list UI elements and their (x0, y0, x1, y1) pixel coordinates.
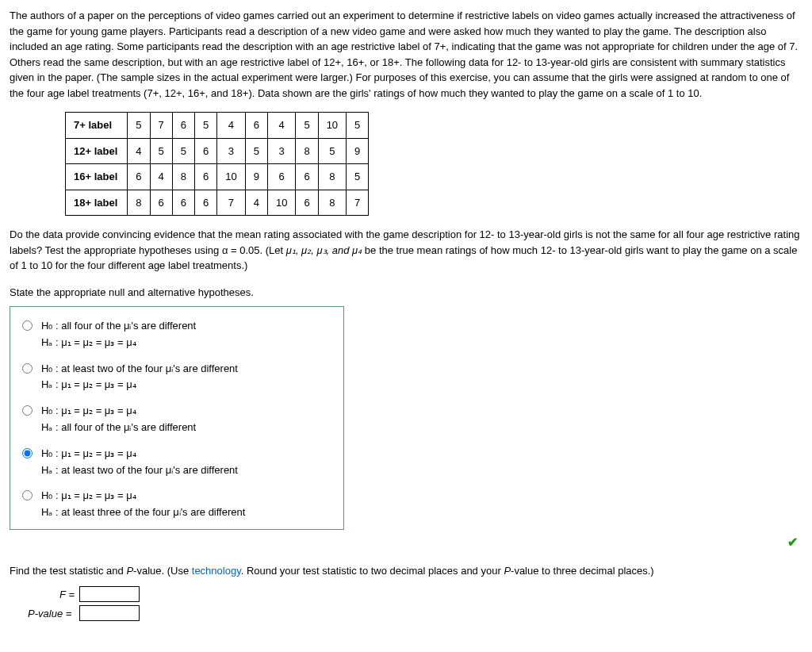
row-label: 16+ label (66, 164, 128, 190)
opt2-ha: Hₐ : μ₁ = μ₂ = μ₃ = μ₄ (41, 378, 136, 390)
data-cell: 5 (195, 113, 217, 139)
data-cell: 6 (195, 190, 217, 216)
data-cell: 8 (318, 164, 346, 190)
find-pv2: P (504, 565, 511, 577)
data-cell: 6 (172, 113, 194, 139)
f-answer-row: F = (10, 586, 802, 602)
data-cell: 4 (245, 190, 267, 216)
opt1-h0: H₀ : all four of the μᵢ's are different (41, 320, 196, 332)
data-cell: 8 (172, 164, 194, 190)
find-p3: . Round your test statistic to two decim… (241, 565, 504, 577)
data-cell: 5 (347, 113, 369, 139)
data-cell: 7 (150, 113, 172, 139)
data-cell: 7 (347, 190, 369, 216)
data-cell: 6 (267, 164, 295, 190)
row-label: 7+ label (66, 113, 128, 139)
data-cell: 10 (267, 190, 295, 216)
option-1[interactable]: H₀ : all four of the μᵢ's are different … (18, 318, 335, 351)
pvalue-p: P (28, 608, 35, 619)
data-cell: 8 (318, 190, 346, 216)
row-label: 12+ label (66, 138, 128, 164)
opt2-h0: H₀ : at least two of the four μᵢ's are d… (41, 362, 238, 374)
radio-option-4[interactable] (22, 448, 33, 458)
data-cell: 6 (150, 190, 172, 216)
pvalue-answer-row: P-value = (10, 605, 802, 621)
data-cell: 4 (128, 138, 150, 164)
radio-option-2[interactable] (22, 363, 33, 374)
mu-list: μ₁, μ₂, μ₃, and μ₄ (286, 244, 362, 256)
data-cell: 6 (128, 164, 150, 190)
data-cell: 4 (150, 164, 172, 190)
data-cell: 6 (195, 138, 217, 164)
data-cell: 5 (347, 164, 369, 190)
data-cell: 9 (245, 164, 267, 190)
data-cell: 6 (195, 164, 217, 190)
data-cell: 5 (128, 113, 150, 139)
radio-option-3[interactable] (22, 405, 33, 416)
data-cell: 6 (296, 190, 318, 216)
data-cell: 10 (318, 113, 346, 139)
table-row: 12+ label4556353859 (66, 138, 369, 164)
f-input[interactable] (79, 586, 140, 602)
data-cell: 3 (217, 138, 245, 164)
option-5-text: H₀ : μ₁ = μ₂ = μ₃ = μ₄ Hₐ : at least thr… (41, 488, 245, 521)
table-row: 18+ label86667410687 (66, 190, 369, 216)
opt4-ha: Hₐ : at least two of the four μᵢ's are d… (41, 464, 238, 476)
data-cell: 3 (267, 138, 295, 164)
data-cell: 6 (245, 113, 267, 139)
correct-indicator: ✔ (10, 533, 802, 552)
opt4-h0: H₀ : μ₁ = μ₂ = μ₃ = μ₄ (41, 447, 136, 459)
data-cell: 5 (318, 138, 346, 164)
f-label: F = (17, 587, 79, 603)
data-cell: 9 (347, 138, 369, 164)
ratings-table: 7+ label5765464510512+ label455635385916… (65, 112, 369, 216)
find-pv1: P (126, 565, 133, 577)
data-cell: 5 (296, 113, 318, 139)
data-cell: 5 (150, 138, 172, 164)
option-3[interactable]: H₀ : μ₁ = μ₂ = μ₃ = μ₄ Hₐ : all four of … (18, 403, 335, 436)
table-row: 7+ label57654645105 (66, 113, 369, 139)
find-p2: -value. (Use (133, 565, 192, 577)
pvalue-input[interactable] (79, 605, 140, 621)
data-cell: 5 (245, 138, 267, 164)
data-cell: 8 (296, 138, 318, 164)
data-cell: 10 (217, 164, 245, 190)
data-cell: 5 (172, 138, 194, 164)
pvalue-label: P-value = (10, 606, 79, 622)
opt5-h0: H₀ : μ₁ = μ₂ = μ₃ = μ₄ (41, 489, 136, 501)
opt1-ha: Hₐ : μ₁ = μ₂ = μ₃ = μ₄ (41, 336, 136, 348)
opt5-ha: Hₐ : at least three of the four μᵢ's are… (41, 506, 245, 518)
data-cell: 4 (267, 113, 295, 139)
question-text: Do the data provide convincing evidence … (10, 227, 802, 274)
option-5[interactable]: H₀ : μ₁ = μ₂ = μ₃ = μ₄ Hₐ : at least thr… (18, 488, 335, 521)
data-cell: 6 (296, 164, 318, 190)
row-label: 18+ label (66, 190, 128, 216)
data-cell: 6 (172, 190, 194, 216)
hypothesis-prompt: State the appropriate null and alternati… (10, 285, 802, 301)
option-1-text: H₀ : all four of the μᵢ's are different … (41, 318, 196, 351)
data-cell: 8 (128, 190, 150, 216)
radio-option-5[interactable] (22, 490, 33, 501)
opt3-h0: H₀ : μ₁ = μ₂ = μ₃ = μ₄ (41, 405, 136, 416)
option-4-text: H₀ : μ₁ = μ₂ = μ₃ = μ₄ Hₐ : at least two… (41, 446, 238, 479)
problem-intro: The authors of a paper on the perception… (10, 8, 802, 101)
data-cell: 4 (217, 113, 245, 139)
option-2[interactable]: H₀ : at least two of the four μᵢ's are d… (18, 361, 335, 394)
technology-link[interactable]: technology (192, 565, 241, 577)
find-test-stat-prompt: Find the test statistic and P-value. (Us… (10, 563, 802, 579)
option-3-text: H₀ : μ₁ = μ₂ = μ₃ = μ₄ Hₐ : all four of … (41, 403, 196, 436)
options-panel: H₀ : all four of the μᵢ's are different … (10, 306, 344, 530)
option-4[interactable]: H₀ : μ₁ = μ₂ = μ₃ = μ₄ Hₐ : at least two… (18, 446, 335, 479)
option-2-text: H₀ : at least two of the four μᵢ's are d… (41, 361, 238, 394)
find-p1: Find the test statistic and (10, 565, 126, 577)
opt3-ha: Hₐ : all four of the μᵢ's are different (41, 421, 196, 433)
radio-option-1[interactable] (22, 320, 33, 331)
find-p4: -value to three decimal places.) (511, 565, 654, 577)
check-icon: ✔ (787, 535, 798, 549)
table-row: 16+ label64861096685 (66, 164, 369, 190)
data-cell: 7 (217, 190, 245, 216)
